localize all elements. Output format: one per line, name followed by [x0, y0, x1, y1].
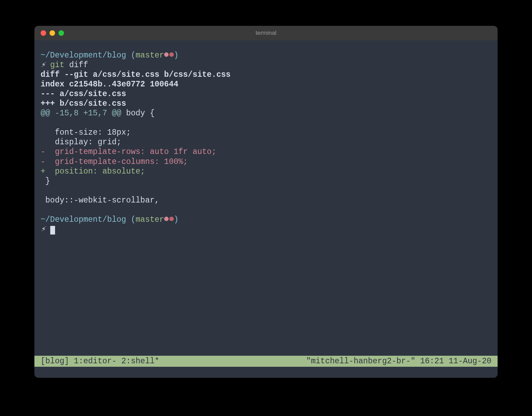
- diff-hunk: @@ -15,8 +15,7 @@ body {: [41, 108, 491, 118]
- paren-close: ): [174, 51, 179, 60]
- window-title: terminal: [34, 30, 498, 37]
- close-button[interactable]: [41, 30, 46, 36]
- status-dot-icon: [169, 217, 174, 221]
- paren-open: (: [126, 215, 136, 224]
- prompt-line-2: ~/Development/blog (master): [41, 215, 491, 225]
- cwd: ~/Development/blog: [41, 51, 126, 60]
- git-status-dots: [164, 217, 174, 221]
- status-dot-icon: [164, 217, 169, 221]
- diff-context: font-size: 18px;: [41, 128, 491, 137]
- paren-open: (: [126, 51, 136, 60]
- tmux-status-right: "mitchell-hanberg2-br-" 16:21 11-Aug-20: [306, 357, 491, 366]
- terminal-body[interactable]: ~/Development/blog (master) ⚡ git diff d…: [34, 40, 498, 378]
- diff-context: }: [41, 176, 491, 186]
- cursor: [50, 226, 55, 235]
- prompt-symbol: ⚡: [41, 61, 45, 70]
- diff-file-new: +++ b/css/site.css: [41, 99, 491, 108]
- diff-header: diff --git a/css/site.css b/css/site.css: [41, 70, 491, 80]
- traffic-lights: [41, 30, 64, 36]
- maximize-button[interactable]: [58, 30, 64, 36]
- tmux-status-bar[interactable]: [blog] 1:editor- 2:shell* "mitchell-hanb…: [34, 356, 498, 367]
- status-dot-icon: [164, 52, 169, 57]
- diff-deletion: - grid-template-rows: auto 1fr auto;: [41, 147, 491, 157]
- command: git: [50, 61, 64, 70]
- terminal-content[interactable]: ~/Development/blog (master) ⚡ git diff d…: [34, 51, 498, 356]
- tmux-status-left[interactable]: [blog] 1:editor- 2:shell*: [41, 357, 159, 366]
- diff-context: display: grid;: [41, 137, 491, 147]
- terminal-window: terminal ~/Development/blog (master) ⚡ g…: [34, 26, 498, 378]
- active-prompt[interactable]: ⚡: [41, 225, 491, 234]
- diff-deletion: - grid-template-columns: 100%;: [41, 157, 491, 167]
- diff-addition: + position: absolute;: [41, 167, 491, 176]
- hunk-context: body {: [121, 109, 155, 118]
- git-status-dots: [164, 52, 174, 57]
- cwd: ~/Development/blog: [41, 215, 126, 224]
- diff-index: index c21548b..43e0772 100644: [41, 80, 491, 89]
- titlebar[interactable]: terminal: [34, 26, 498, 40]
- command-line: ⚡ git diff: [41, 60, 491, 70]
- minimize-button[interactable]: [50, 30, 55, 36]
- prompt-symbol: ⚡: [41, 225, 45, 234]
- diff-blank: [41, 186, 491, 196]
- diff-context: body::-webkit-scrollbar,: [41, 196, 491, 205]
- diff-blank: [41, 118, 491, 128]
- hunk-marker: @@ -15,8 +15,7 @@: [41, 109, 121, 118]
- command-arg: diff: [69, 61, 88, 70]
- diff-file-old: --- a/css/site.css: [41, 89, 491, 99]
- paren-close: ): [174, 215, 179, 224]
- git-branch: master: [136, 51, 164, 60]
- diff-blank: [41, 205, 491, 215]
- prompt-line-1: ~/Development/blog (master): [41, 51, 491, 60]
- git-branch: master: [136, 215, 164, 224]
- status-dot-icon: [169, 52, 174, 57]
